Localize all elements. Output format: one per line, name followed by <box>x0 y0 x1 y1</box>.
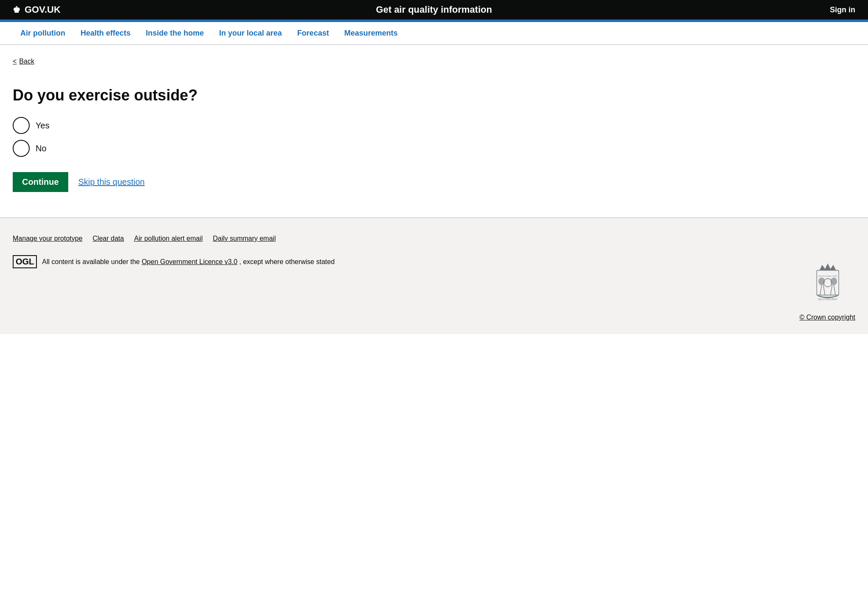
nav-item-health-effects[interactable]: Health effects <box>73 22 138 45</box>
footer-licence-text: All content is available under the Open … <box>42 258 334 266</box>
back-chevron-icon: < <box>13 58 17 65</box>
svg-point-2 <box>818 278 825 285</box>
nav-item-measurements[interactable]: Measurements <box>337 22 405 45</box>
sign-in-link[interactable]: Sign in <box>830 6 855 14</box>
nav-item-forecast[interactable]: Forecast <box>289 22 337 45</box>
svg-line-5 <box>823 285 825 295</box>
gov-uk-logo[interactable]: ♚ GOV.UK <box>13 4 61 15</box>
nav-item-air-pollution[interactable]: Air pollution <box>13 22 73 45</box>
nav-link-inside-the-home[interactable]: Inside the home <box>138 22 211 45</box>
crown-emblem-svg: DIEU ET MON DROIT HONI SOIT QUI MAL Y PE… <box>800 255 855 310</box>
nav-link-local-area[interactable]: In your local area <box>211 22 289 45</box>
svg-line-6 <box>831 285 832 295</box>
question-title: Do you exercise outside? <box>13 86 369 104</box>
skip-question-link[interactable]: Skip this question <box>78 177 145 187</box>
ogl-logo: OGL <box>13 255 37 268</box>
footer-link-clear-data[interactable]: Clear data <box>93 235 124 242</box>
site-footer: Manage your prototype Clear data Air pol… <box>0 217 868 334</box>
logo-text: GOV.UK <box>25 4 61 15</box>
svg-point-3 <box>831 278 837 285</box>
main-nav: Air pollution Health effects Inside the … <box>0 22 868 45</box>
svg-line-4 <box>820 285 822 295</box>
nav-link-health-effects[interactable]: Health effects <box>73 22 138 45</box>
svg-text:DIEU ET MON DROIT: DIEU ET MON DROIT <box>818 298 837 300</box>
radio-yes-label: Yes <box>36 121 50 131</box>
main-content: < Back Do you exercise outside? Yes No C… <box>0 45 381 217</box>
nav-link-measurements[interactable]: Measurements <box>337 22 405 45</box>
radio-no-label: No <box>36 144 47 153</box>
nav-link-forecast[interactable]: Forecast <box>289 22 337 45</box>
radio-no[interactable] <box>13 140 30 157</box>
crown-icon: ♚ <box>13 5 20 15</box>
svg-text:HONI SOIT QUI MAL Y PENSE: HONI SOIT QUI MAL Y PENSE <box>818 275 837 277</box>
svg-line-7 <box>834 285 835 295</box>
continue-button[interactable]: Continue <box>13 172 68 192</box>
footer-licence: OGL All content is available under the O… <box>13 255 335 268</box>
footer-crown: DIEU ET MON DROIT HONI SOIT QUI MAL Y PE… <box>799 255 855 321</box>
svg-point-1 <box>823 278 832 287</box>
footer-bottom: OGL All content is available under the O… <box>13 255 855 321</box>
footer-links: Manage your prototype Clear data Air pol… <box>13 235 855 242</box>
footer-link-manage-prototype[interactable]: Manage your prototype <box>13 235 83 242</box>
radio-option-yes[interactable]: Yes <box>13 117 369 134</box>
radio-yes[interactable] <box>13 117 30 134</box>
radio-option-no[interactable]: No <box>13 140 369 157</box>
footer-link-summary-email[interactable]: Daily summary email <box>213 235 275 242</box>
radio-group: Yes No <box>13 117 369 157</box>
form-actions: Continue Skip this question <box>13 172 369 192</box>
site-header: ♚ GOV.UK Get air quality information Sig… <box>0 0 868 19</box>
nav-item-inside-the-home[interactable]: Inside the home <box>138 22 211 45</box>
ogl-licence-link[interactable]: Open Government Licence v3.0 <box>142 258 237 265</box>
back-link[interactable]: < Back <box>13 58 34 65</box>
licence-text-suffix: , except where otherwise stated <box>239 258 335 265</box>
exercise-form: Yes No Continue Skip this question <box>13 117 369 192</box>
footer-link-alert-email[interactable]: Air pollution alert email <box>134 235 203 242</box>
header-title: Get air quality information <box>376 4 492 15</box>
nav-item-local-area[interactable]: In your local area <box>211 22 289 45</box>
crown-copyright-link[interactable]: © Crown copyright <box>799 314 855 321</box>
back-label: Back <box>19 58 34 65</box>
nav-link-air-pollution[interactable]: Air pollution <box>13 22 73 45</box>
licence-text-prefix: All content is available under the <box>42 258 139 265</box>
